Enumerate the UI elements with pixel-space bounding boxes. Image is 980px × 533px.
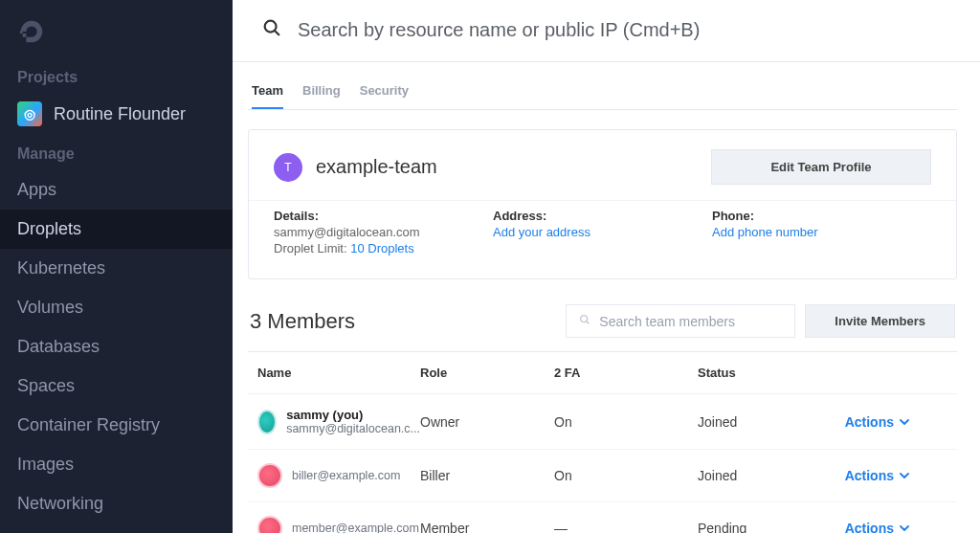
tab-billing[interactable]: Billing <box>302 79 341 109</box>
chevron-down-icon <box>900 521 909 533</box>
actions-menu-button[interactable]: Actions <box>845 468 909 483</box>
col-role: Role <box>420 366 554 380</box>
droplet-limit-link[interactable]: 10 Droplets <box>350 241 413 255</box>
avatar <box>257 516 282 533</box>
chevron-down-icon <box>900 468 909 483</box>
sidebar-item-databases[interactable]: Databases <box>0 327 233 366</box>
svg-line-3 <box>587 322 589 323</box>
table-row: member@example.comMember—PendingActions <box>248 502 957 533</box>
settings-tabs: TeamBillingSecurity <box>248 79 957 110</box>
sidebar-nav: AppsDropletsKubernetesVolumesDatabasesSp… <box>0 170 233 533</box>
sidebar-project-item[interactable]: ◎ Routine Flounder <box>0 94 233 140</box>
table-row: sammy (you)sammy@digitalocean.c...OwnerO… <box>248 394 957 450</box>
sidebar-item-spaces[interactable]: Spaces <box>0 366 233 406</box>
members-search-input[interactable] <box>599 314 783 329</box>
project-name: Routine Flounder <box>54 104 186 124</box>
member-role: Owner <box>420 414 554 430</box>
add-address-link[interactable]: Add your address <box>493 225 712 239</box>
tab-team[interactable]: Team <box>252 79 283 109</box>
sidebar-item-monitoring[interactable]: Monitoring <box>0 523 233 533</box>
members-count-title: 3 Members <box>250 309 355 334</box>
avatar <box>257 463 282 488</box>
col-2fa: 2 FA <box>554 366 698 380</box>
member-2fa: On <box>554 414 698 430</box>
members-search-box <box>566 304 795 338</box>
member-2fa: — <box>554 521 698 533</box>
search-icon <box>578 313 591 329</box>
sidebar-manage-heading: Manage <box>0 140 233 170</box>
brand-logo <box>0 17 233 63</box>
sidebar-item-volumes[interactable]: Volumes <box>0 288 233 327</box>
search-icon <box>261 17 282 42</box>
table-row: biller@example.comBillerOnJoinedActions <box>248 450 957 502</box>
droplet-limit-label: Droplet Limit: <box>274 241 347 255</box>
sidebar: Projects ◎ Routine Flounder Manage AppsD… <box>0 0 233 533</box>
member-email: biller@example.com <box>292 469 400 482</box>
member-status: Joined <box>698 414 841 430</box>
col-name: Name <box>257 366 420 380</box>
member-email: sammy@digitalocean.c... <box>286 422 420 435</box>
digitalocean-logo-icon <box>17 17 46 46</box>
global-search-bar <box>233 0 980 62</box>
phone-label: Phone: <box>712 209 931 223</box>
actions-menu-button[interactable]: Actions <box>845 521 909 533</box>
team-name: example-team <box>316 156 437 178</box>
global-search-input[interactable] <box>298 19 951 41</box>
member-status: Pending <box>698 521 841 533</box>
member-name: sammy (you) <box>286 408 420 422</box>
actions-menu-button[interactable]: Actions <box>845 414 909 430</box>
sidebar-projects-heading: Projects <box>0 63 233 94</box>
invite-members-button[interactable]: Invite Members <box>805 304 955 338</box>
main-area: TeamBillingSecurity T example-team Edit … <box>233 0 980 533</box>
sidebar-item-kubernetes[interactable]: Kubernetes <box>0 249 233 288</box>
member-role: Member <box>420 521 554 533</box>
member-role: Biller <box>420 468 554 483</box>
tab-security[interactable]: Security <box>360 79 409 109</box>
member-status: Joined <box>698 468 841 483</box>
col-status: Status <box>698 366 841 380</box>
member-email: member@example.com <box>292 522 419 533</box>
sidebar-item-container-registry[interactable]: Container Registry <box>0 406 233 445</box>
sidebar-item-images[interactable]: Images <box>0 445 233 484</box>
details-label: Details: <box>274 209 493 223</box>
chevron-down-icon <box>900 414 909 430</box>
members-table: Name Role 2 FA Status sammy (you)sammy@d… <box>248 351 957 533</box>
details-email: sammy@digitalocean.com <box>274 225 493 239</box>
add-phone-link[interactable]: Add phone number <box>712 225 931 239</box>
project-icon: ◎ <box>17 101 42 126</box>
edit-team-profile-button[interactable]: Edit Team Profile <box>711 149 931 185</box>
members-table-header: Name Role 2 FA Status <box>248 352 957 394</box>
team-panel: T example-team Edit Team Profile Details… <box>248 129 957 279</box>
sidebar-item-networking[interactable]: Networking <box>0 484 233 523</box>
avatar <box>257 410 277 434</box>
team-avatar: T <box>274 153 302 182</box>
member-2fa: On <box>554 468 698 483</box>
sidebar-item-droplets[interactable]: Droplets <box>0 210 233 249</box>
sidebar-item-apps[interactable]: Apps <box>0 170 233 210</box>
address-label: Address: <box>493 209 712 223</box>
svg-line-1 <box>275 31 278 34</box>
